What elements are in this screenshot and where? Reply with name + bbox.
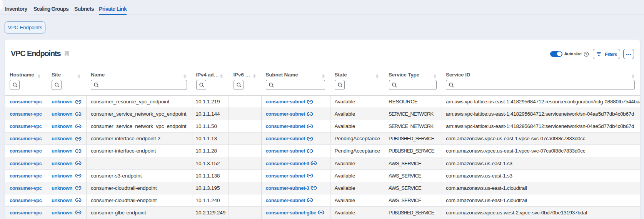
svg-text:?: ? bbox=[585, 52, 587, 56]
